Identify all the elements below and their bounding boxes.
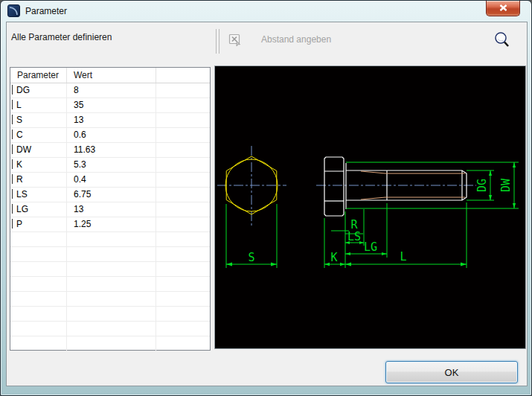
param-extra-cell[interactable] — [156, 232, 210, 246]
specify-distance-label: Abstand angeben — [261, 34, 331, 45]
app-logo-arc — [8, 5, 19, 16]
param-extra-cell[interactable] — [156, 143, 210, 157]
param-value-cell[interactable]: 5.3 — [67, 158, 156, 172]
param-name-cell[interactable]: S — [10, 113, 67, 127]
param-name-cell[interactable] — [10, 277, 67, 291]
table-row — [10, 262, 210, 277]
param-name-cell[interactable] — [10, 322, 67, 336]
table-row: R 0.4 — [10, 173, 210, 188]
table-row: LS 6.75 — [10, 188, 210, 202]
param-value-cell[interactable]: 1.25 — [67, 217, 156, 231]
param-name-cell[interactable] — [10, 292, 67, 306]
parameter-table-header: Parameter Wert — [10, 68, 210, 83]
param-extra-cell[interactable] — [156, 128, 210, 142]
param-extra-cell[interactable] — [156, 217, 210, 231]
param-extra-cell[interactable] — [156, 247, 210, 261]
param-value-cell[interactable]: 13 — [67, 202, 156, 217]
param-value-cell[interactable] — [67, 307, 156, 321]
dialog-body: Alle Parameter definieren Abstand angebe… — [6, 22, 528, 386]
param-name-cell[interactable]: R — [10, 173, 67, 187]
param-value-cell[interactable] — [67, 277, 156, 291]
param-value-cell[interactable]: 0.6 — [67, 128, 156, 142]
dim-label-k: K — [330, 251, 337, 264]
ok-button-label: OK — [445, 367, 459, 378]
header-wert[interactable]: Wert — [67, 68, 156, 83]
dim-label-r: R — [350, 218, 358, 231]
param-extra-cell[interactable] — [156, 173, 210, 187]
dim-label-dw: DW — [499, 178, 513, 192]
param-extra-cell[interactable] — [156, 292, 210, 306]
table-row — [10, 277, 210, 292]
close-button[interactable] — [486, 1, 520, 16]
param-name-cell[interactable]: DG — [10, 83, 67, 98]
dim-label-s: S — [248, 251, 254, 264]
close-icon — [487, 1, 519, 16]
dimension-l: L — [345, 202, 467, 268]
param-name-cell[interactable] — [10, 307, 67, 321]
param-value-cell[interactable]: 0.4 — [67, 173, 156, 187]
param-value-cell[interactable] — [67, 232, 156, 246]
param-name-cell[interactable]: K — [10, 158, 67, 172]
table-row: DG 8 — [10, 83, 210, 98]
param-extra-cell[interactable] — [156, 158, 210, 172]
dim-label-lg: LG — [364, 240, 377, 254]
param-value-cell[interactable]: 8 — [67, 83, 156, 98]
header-empty[interactable] — [156, 68, 210, 83]
table-row — [10, 232, 210, 247]
param-extra-cell[interactable] — [156, 277, 210, 291]
param-name-cell[interactable]: LS — [10, 188, 67, 202]
param-extra-cell[interactable] — [156, 98, 210, 112]
window-title: Parameter — [25, 6, 67, 16]
parameter-table-body: DG 8 L 35 S 13 C 0.6 DW — [10, 83, 210, 351]
param-extra-cell[interactable] — [156, 202, 210, 217]
param-value-cell[interactable] — [67, 336, 156, 351]
param-name-cell[interactable]: P — [10, 217, 67, 231]
param-name-cell[interactable] — [10, 247, 67, 261]
param-extra-cell[interactable] — [156, 188, 210, 202]
param-name-cell[interactable]: L — [10, 98, 67, 112]
param-value-cell[interactable] — [67, 322, 156, 336]
table-row — [10, 247, 210, 262]
header-parameter[interactable]: Parameter — [10, 68, 67, 83]
centerlines — [217, 146, 476, 226]
table-row: L 35 — [10, 98, 210, 113]
table-row — [10, 336, 210, 351]
param-value-cell[interactable] — [67, 292, 156, 306]
param-value-cell[interactable]: 6.75 — [67, 188, 156, 202]
param-value-cell[interactable]: 35 — [67, 98, 156, 112]
param-name-cell[interactable]: LG — [10, 202, 67, 217]
parameter-dialog: Parameter Alle Parameter definieren Abst… — [0, 0, 532, 396]
param-value-cell[interactable] — [67, 262, 156, 276]
param-name-cell[interactable] — [10, 262, 67, 276]
dim-label-l: L — [400, 250, 406, 264]
param-extra-cell[interactable] — [156, 83, 210, 98]
param-value-cell[interactable]: 13 — [67, 113, 156, 127]
param-name-cell[interactable] — [10, 232, 67, 246]
table-x-cursor-icon — [228, 33, 243, 48]
param-name-cell[interactable]: C — [10, 128, 67, 142]
param-extra-cell[interactable] — [156, 322, 210, 336]
dimension-k: K — [324, 211, 345, 268]
dim-label-ls: LS — [347, 230, 361, 243]
table-row: K 5.3 — [10, 158, 210, 173]
preview-canvas[interactable]: S K L — [214, 66, 526, 349]
param-extra-cell[interactable] — [156, 113, 210, 127]
param-value-cell[interactable]: 11.63 — [67, 143, 156, 157]
ok-button[interactable]: OK — [385, 361, 518, 383]
app-icon — [7, 4, 20, 17]
param-extra-cell[interactable] — [156, 307, 210, 321]
param-name-cell[interactable]: DW — [10, 143, 67, 157]
table-row: P 1.25 — [10, 217, 210, 232]
dim-label-dg: DG — [475, 179, 489, 192]
param-extra-cell[interactable] — [156, 262, 210, 276]
param-value-cell[interactable] — [67, 247, 156, 261]
table-row: DW 11.63 — [10, 143, 210, 158]
parameter-table: Parameter Wert DG 8 L 35 S 13 — [10, 67, 211, 351]
zoom-button[interactable] — [492, 31, 511, 49]
param-name-cell[interactable] — [10, 336, 67, 351]
table-row: C 0.6 — [10, 128, 210, 143]
title-bar[interactable]: Parameter — [1, 1, 531, 22]
param-extra-cell[interactable] — [156, 336, 210, 351]
table-row — [10, 307, 210, 322]
specify-distance-button[interactable] — [228, 33, 243, 48]
